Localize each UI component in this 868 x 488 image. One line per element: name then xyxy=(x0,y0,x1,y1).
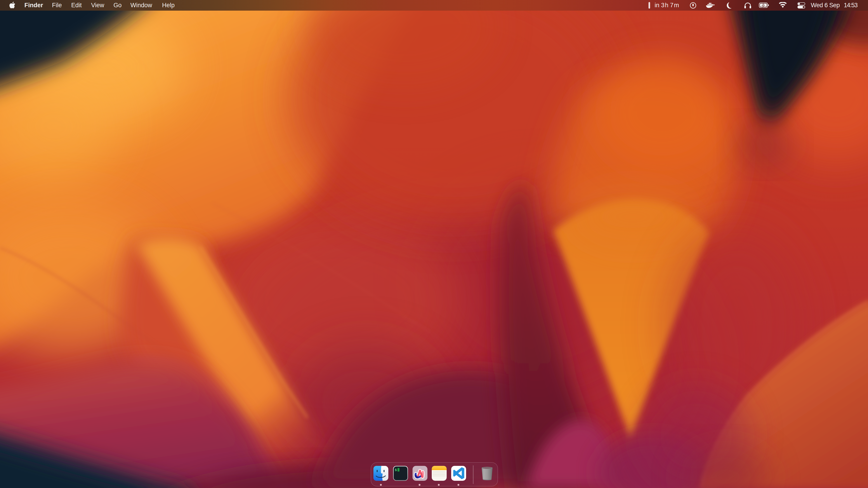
svg-text:$: $ xyxy=(395,468,397,472)
